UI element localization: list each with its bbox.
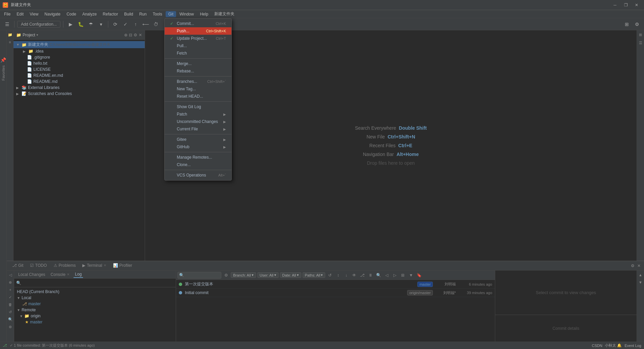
toolbar-dropdown[interactable]: ▾ (96, 20, 105, 29)
toolbar-coverage[interactable]: ☂ (86, 20, 95, 29)
menu-entry-branches[interactable]: Branches... Ctrl+Shift+` (165, 78, 231, 85)
branch-remote[interactable]: ▼ Remote (14, 307, 176, 313)
menu-entry-fetch[interactable]: Fetch (165, 50, 231, 57)
menu-file[interactable]: File (1, 11, 13, 17)
menu-entry-resethead[interactable]: Reset HEAD... (165, 93, 231, 100)
menu-entry-push[interactable]: Push... Ctrl+Shift+K (165, 27, 231, 35)
menu-project-name[interactable]: 新建文件夹 (212, 10, 237, 18)
bl-collapse-icon[interactable]: ◁ (7, 272, 13, 278)
toolbar-layout[interactable]: ⊞ (622, 20, 631, 29)
menu-entry-vcsops[interactable]: VCS Operations Alt+` (165, 171, 231, 179)
bottom-close-icon[interactable]: ✕ (637, 263, 641, 269)
log-graph-btn[interactable]: ⎇ (359, 272, 366, 279)
branch-search-input[interactable] (23, 281, 174, 285)
menu-refactor[interactable]: Refactor (100, 11, 121, 17)
log-filter-btn[interactable]: ▼ (408, 272, 414, 279)
commit-row-0[interactable]: 第一次提交版本 master 刘明福 6 minutes ago (176, 280, 495, 289)
toolbar-debug[interactable]: 🐛 (76, 20, 85, 29)
log-down-btn[interactable]: ↓ (343, 272, 349, 279)
proj-icon-collapse[interactable]: ⊟ (129, 33, 132, 37)
status-csdn[interactable]: CSDN (592, 344, 602, 348)
log-right-icon-2[interactable]: ▼ (638, 279, 644, 285)
menu-view[interactable]: View (27, 11, 41, 17)
log-pause-btn[interactable]: ⏸ (367, 272, 374, 279)
branch-origin-master[interactable]: ★ master (14, 319, 176, 325)
date-filter[interactable]: Date: All ▾ (280, 272, 301, 278)
menu-entry-commit[interactable]: ✓ Commit... Ctrl+K (165, 20, 231, 27)
close-button[interactable]: ✕ (632, 2, 641, 8)
add-configuration-button[interactable]: Add Configuration... (17, 21, 60, 28)
log-grid-btn[interactable]: ⊞ (399, 272, 406, 279)
log-next-btn[interactable]: ▷ (391, 272, 398, 279)
log-refresh-btn[interactable]: ↺ (327, 272, 333, 279)
bl-expand-icon[interactable]: ⊕ (7, 279, 13, 285)
bl-plus-icon[interactable]: + (7, 287, 13, 293)
console-tab[interactable]: Console ✕ (49, 272, 71, 278)
log-bookmark-btn[interactable]: 🔖 (416, 272, 422, 279)
bl-trash-icon[interactable]: 🗑 (7, 302, 13, 308)
log-eye-btn[interactable]: 👁 (351, 272, 358, 279)
favorites-label[interactable]: Favorites (1, 65, 5, 81)
menu-entry-clone[interactable]: Clone... (165, 161, 231, 168)
branch-filter[interactable]: Branch: All ▾ (231, 272, 256, 278)
toolbar-commit[interactable]: ✓ (121, 20, 130, 29)
menu-tools[interactable]: Tools (150, 11, 165, 17)
log-prev-btn[interactable]: ◁ (383, 272, 390, 279)
tab-profiler[interactable]: 📊 Profiler (110, 262, 135, 269)
menu-edit[interactable]: Edit (14, 11, 26, 17)
toolbar-push[interactable]: ↑ (131, 20, 140, 29)
bl-merge-icon[interactable]: ⊛ (7, 324, 13, 330)
commit-row-1[interactable]: Initial commit origin/master 刘明福* 39 min… (176, 289, 495, 297)
menu-window[interactable]: Window (177, 11, 197, 17)
tree-item-root[interactable]: ▼ 📁 新建文件夹 C:\Users\刘明福\Desktop\新建文件夹 (13, 41, 145, 48)
menu-entry-manageremotes[interactable]: Manage Remotes... (165, 154, 231, 161)
proj-icon-close[interactable]: ✕ (139, 33, 142, 37)
tree-item-scratches[interactable]: ▶ 📝 Scratches and Consoles (13, 91, 145, 97)
menu-entry-merge[interactable]: Merge... (165, 60, 231, 67)
tree-item-license[interactable]: 📄 LICENSE (13, 66, 145, 72)
toolbar-hamburger[interactable]: ☰ (3, 20, 11, 29)
proj-icon-settings[interactable]: ⚙ (134, 33, 137, 37)
toolbar-history[interactable]: ⏱ (151, 20, 160, 29)
log-sort-btn[interactable]: ↕ (335, 272, 341, 279)
menu-entry-showgitlog[interactable]: Show Git Log (165, 103, 231, 110)
tree-item-ext-libs[interactable]: ▶ 📚 External Libraries (13, 85, 145, 91)
left-icon-structure[interactable]: ≡ (7, 39, 13, 45)
menu-help[interactable]: Help (197, 11, 211, 17)
menu-entry-currentfile[interactable]: Current File ▶ (165, 125, 231, 133)
tab-problems[interactable]: ⚠ Problems (51, 262, 79, 269)
menu-entry-github[interactable]: GitHub ▶ (165, 143, 231, 151)
rp-icon-2[interactable]: ☰ (638, 40, 644, 46)
log-right-icon-1[interactable]: ▲ (638, 272, 644, 278)
toolbar-settings-gear[interactable]: ⚙ (633, 20, 641, 29)
menu-entry-pull[interactable]: Pull... (165, 42, 231, 50)
bl-check-icon[interactable]: ✓ (7, 294, 13, 300)
branch-local-master[interactable]: ⎇ master (14, 301, 176, 307)
menu-build[interactable]: Build (121, 11, 136, 17)
menu-entry-update[interactable]: ✓ Update Project... Ctrl+T (165, 35, 231, 42)
menu-entry-gitee[interactable]: Gitee ▶ (165, 136, 231, 143)
menu-analyze[interactable]: Analyze (80, 11, 100, 17)
status-event-log[interactable]: Event Log (624, 344, 641, 348)
tab-todo[interactable]: ☑ TODO (27, 262, 49, 269)
log-settings-btn[interactable]: ⚙ (223, 272, 229, 279)
tree-item-idea[interactable]: ▶ 📁 .idea (13, 48, 145, 54)
menu-run[interactable]: Run (137, 11, 149, 17)
tree-item-readme-en[interactable]: 📄 README.en.md (13, 72, 145, 78)
user-filter[interactable]: User: All ▾ (257, 272, 279, 278)
proj-icon-locate[interactable]: ⊕ (124, 33, 128, 37)
menu-entry-patch[interactable]: Patch ▶ (165, 110, 231, 118)
minimize-button[interactable]: ─ (610, 2, 620, 8)
tree-item-hello[interactable]: 📄 hello.txt (13, 60, 145, 66)
tree-item-readme[interactable]: 📄 README.md (13, 78, 145, 85)
toolbar-update[interactable]: ⟳ (111, 20, 120, 29)
rp-icon-1[interactable]: ⊞ (638, 32, 644, 38)
branch-head[interactable]: HEAD (Current Branch) (14, 289, 176, 295)
local-changes-tab[interactable]: Local Changes (17, 272, 47, 278)
console-close[interactable]: ✕ (67, 273, 69, 276)
bl-refresh-icon[interactable]: ↺ (7, 309, 13, 315)
restore-button[interactable]: ❐ (621, 2, 631, 8)
paths-filter[interactable]: Paths: All ▾ (303, 272, 326, 278)
log-tab[interactable]: Log (74, 271, 83, 278)
toolbar-run[interactable]: ▶ (66, 20, 75, 29)
